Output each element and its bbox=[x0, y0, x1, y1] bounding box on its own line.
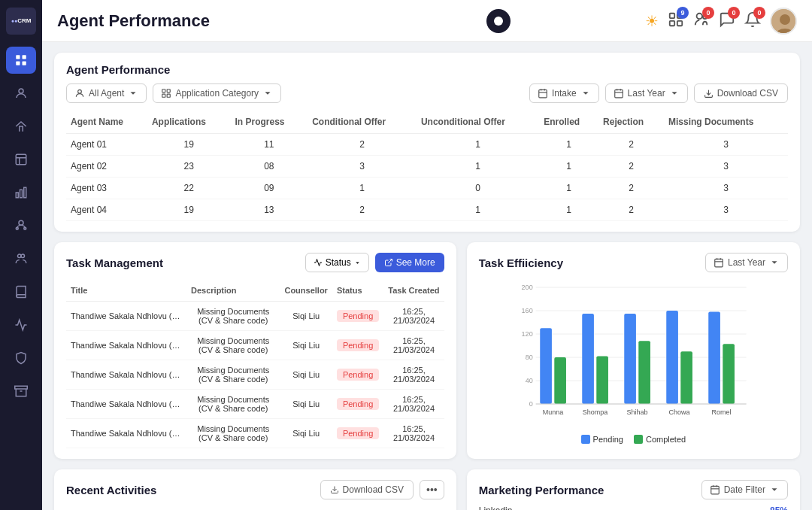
header-center bbox=[351, 9, 645, 33]
task-table: Title Description Counsellor Status Task… bbox=[66, 280, 444, 448]
notification-icon-wrap[interactable]: 0 bbox=[744, 11, 761, 30]
col-in-progress: In Progress bbox=[230, 111, 308, 134]
all-agent-filter[interactable]: All Agent bbox=[66, 83, 147, 103]
status-filter[interactable]: Status bbox=[305, 253, 369, 272]
agent-enrolled: 1 bbox=[539, 134, 598, 156]
efficiency-title: Task Effiiciency bbox=[479, 257, 563, 269]
efficiency-chart: 20016012080400MunnaShompaShihabChowaRome… bbox=[479, 280, 788, 444]
agent-missing: 3 bbox=[664, 199, 788, 221]
marketing-performance-card: Marketing Performance Date Filter Linked… bbox=[467, 469, 800, 510]
svg-rect-31 bbox=[162, 94, 165, 97]
task-created: 16:25, 21/03/2024 bbox=[383, 390, 444, 419]
sidebar-item-reports[interactable] bbox=[6, 179, 36, 206]
toolbar-right: Intake Last Year Download CSV bbox=[529, 83, 788, 103]
download-icon2 bbox=[330, 485, 339, 494]
col-unconditional: Unconditional Offer bbox=[417, 111, 539, 134]
svg-rect-5 bbox=[16, 154, 26, 165]
efficiency-period-filter[interactable]: Last Year bbox=[705, 253, 788, 272]
sidebar-item-knowledge[interactable] bbox=[6, 278, 36, 305]
header-icons: ☀ 9 0 0 0 bbox=[645, 8, 797, 35]
agent-filter-icon bbox=[74, 88, 85, 99]
task-title: Thandiwe Sakala Ndhlovu (BHE ID:XXXXXX) bbox=[66, 331, 186, 360]
agent-conditional: 3 bbox=[308, 156, 417, 178]
sidebar-item-dashboard[interactable] bbox=[6, 47, 36, 74]
intake-filter[interactable]: Intake bbox=[529, 83, 599, 103]
agent-name: Agent 01 bbox=[66, 134, 147, 156]
svg-rect-8 bbox=[16, 193, 18, 198]
task-counsellor: Siqi Liu bbox=[280, 390, 332, 419]
date-filter-button[interactable]: Date Filter bbox=[701, 480, 788, 499]
apps-icon-wrap[interactable]: 9 bbox=[668, 11, 684, 30]
download-csv-button[interactable]: Download CSV bbox=[694, 83, 788, 103]
svg-rect-76 bbox=[710, 486, 719, 494]
period-filter[interactable]: Last Year bbox=[605, 83, 688, 103]
task-toolbar-actions: Status See More bbox=[305, 253, 444, 272]
external-link-icon bbox=[384, 258, 393, 267]
task-title: Thandiwe Sakala Ndhlovu (BHE ID:XXXXXX) bbox=[66, 390, 186, 419]
svg-text:80: 80 bbox=[525, 354, 532, 361]
svg-text:Shompa: Shompa bbox=[583, 408, 608, 416]
agent-name: Agent 03 bbox=[66, 178, 147, 199]
task-created: 16:25, 21/03/2024 bbox=[383, 360, 444, 390]
svg-point-26 bbox=[780, 14, 790, 25]
theme-toggle[interactable]: ☀ bbox=[645, 12, 659, 30]
svg-point-4 bbox=[19, 89, 23, 93]
task-created: 16:25, 21/03/2024 bbox=[383, 331, 444, 360]
sidebar-item-leads[interactable] bbox=[6, 146, 36, 173]
see-more-button[interactable]: See More bbox=[375, 253, 444, 272]
task-title: Thandiwe Sakala Ndhlovu (BHE ID:XXXXXX) bbox=[66, 419, 186, 448]
chat-icon-wrap[interactable]: 0 bbox=[719, 11, 735, 30]
task-management-title: Task Management bbox=[66, 257, 163, 269]
task-row: Thandiwe Sakala Ndhlovu (BHE ID:XXXXXX) … bbox=[66, 419, 444, 448]
agent-name: Agent 04 bbox=[66, 199, 147, 221]
center-indicator bbox=[486, 9, 511, 33]
svg-text:Munna: Munna bbox=[543, 408, 564, 416]
table-row: Agent 02 23 08 3 1 1 2 3 bbox=[66, 156, 788, 178]
svg-rect-32 bbox=[168, 94, 171, 97]
sidebar-item-contacts[interactable] bbox=[6, 80, 36, 107]
sidebar-item-teams[interactable] bbox=[6, 245, 36, 272]
col-conditional: Conditional Offer bbox=[308, 111, 417, 134]
recent-download-btn[interactable]: Download CSV bbox=[320, 480, 414, 499]
sidebar-item-archive[interactable] bbox=[6, 378, 36, 405]
agent-performance-card: Agent Performance All Agent Application … bbox=[54, 53, 800, 232]
completed-color bbox=[634, 435, 643, 444]
application-category-filter[interactable]: Application Category bbox=[153, 83, 281, 103]
users-badge: 0 bbox=[702, 7, 714, 19]
chevron-down-icon6 bbox=[769, 257, 780, 268]
sidebar-item-agents[interactable] bbox=[6, 212, 36, 239]
svg-text:Chowa: Chowa bbox=[668, 408, 689, 416]
users-icon-wrap[interactable]: 0 bbox=[693, 11, 710, 30]
agent-performance-title: Agent Performance bbox=[66, 63, 788, 76]
task-row: Thandiwe Sakala Ndhlovu (BHE ID:XXXXXX) … bbox=[66, 302, 444, 331]
bottom-row: Task Management Status See More bbox=[54, 242, 800, 459]
svg-rect-30 bbox=[168, 90, 171, 93]
svg-point-23 bbox=[697, 14, 702, 19]
svg-point-15 bbox=[21, 254, 25, 258]
sidebar-item-analytics[interactable] bbox=[6, 311, 36, 338]
agent-rejection: 2 bbox=[598, 199, 664, 221]
agent-in-progress: 11 bbox=[230, 134, 308, 156]
col-agent-name: Agent Name bbox=[66, 111, 147, 134]
col-missing: Missing Documents bbox=[664, 111, 788, 134]
more-options-button[interactable]: ••• bbox=[420, 480, 444, 499]
sidebar-item-security[interactable] bbox=[6, 345, 36, 372]
task-description: Missing Documents (CV & Share code) bbox=[186, 331, 280, 360]
svg-rect-33 bbox=[539, 90, 547, 97]
task-toolbar: Task Management Status See More bbox=[66, 253, 444, 272]
agent-missing: 3 bbox=[664, 156, 788, 178]
sidebar-item-properties[interactable] bbox=[6, 113, 36, 140]
svg-rect-0 bbox=[16, 55, 20, 59]
page-title: Agent Performance bbox=[57, 11, 351, 31]
svg-rect-29 bbox=[162, 90, 165, 93]
task-counsellor: Siqi Liu bbox=[280, 302, 332, 331]
svg-rect-16 bbox=[15, 386, 28, 389]
agent-rejection: 2 bbox=[598, 134, 664, 156]
svg-rect-63 bbox=[596, 356, 608, 404]
agent-name: Agent 02 bbox=[66, 156, 147, 178]
svg-text:120: 120 bbox=[521, 330, 532, 338]
agent-conditional: 2 bbox=[308, 134, 417, 156]
agent-conditional: 1 bbox=[308, 178, 417, 199]
pending-color bbox=[581, 435, 590, 444]
user-avatar[interactable] bbox=[770, 8, 797, 35]
